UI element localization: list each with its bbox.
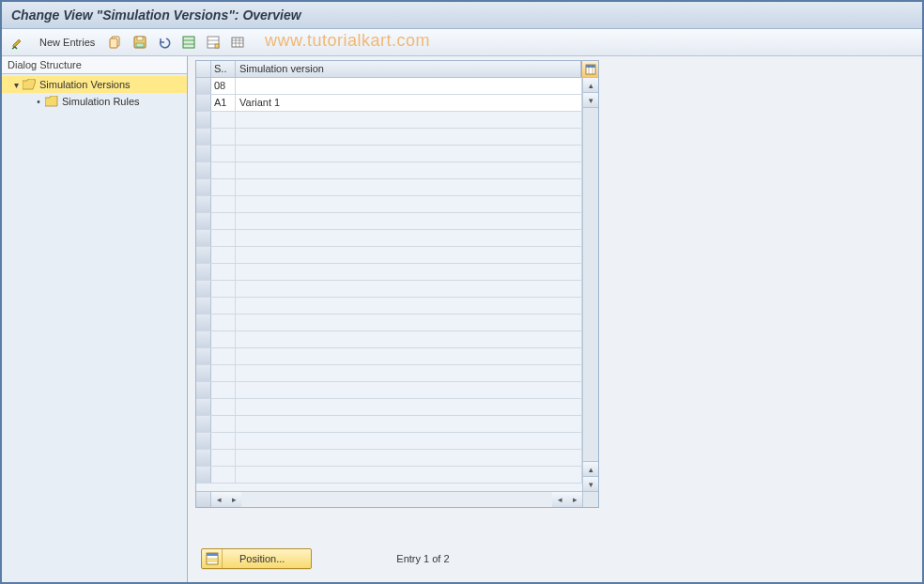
cell-empty[interactable] bbox=[211, 315, 236, 330]
scroll-down-button[interactable]: ▴ bbox=[583, 461, 598, 476]
row-selector[interactable] bbox=[196, 112, 211, 128]
cell-empty[interactable] bbox=[211, 146, 236, 161]
select-all-button[interactable] bbox=[179, 33, 198, 52]
row-selector[interactable] bbox=[196, 213, 211, 229]
cell-empty[interactable] bbox=[211, 129, 236, 145]
row-selector[interactable] bbox=[196, 230, 211, 246]
cell-empty[interactable] bbox=[236, 129, 582, 145]
cell-empty[interactable] bbox=[211, 365, 236, 381]
tree-item-simulation-versions[interactable]: ▾ Simulation Versions bbox=[2, 76, 187, 93]
cell-empty[interactable] bbox=[236, 348, 582, 364]
row-selector[interactable] bbox=[196, 129, 211, 145]
cell-empty[interactable] bbox=[211, 112, 236, 128]
cell-empty[interactable] bbox=[236, 331, 582, 347]
scroll-track[interactable] bbox=[583, 108, 598, 461]
cell-empty[interactable] bbox=[236, 281, 582, 297]
cell-empty[interactable] bbox=[211, 450, 236, 466]
grid-header-c2[interactable]: Simulation version bbox=[236, 61, 581, 77]
cell-empty[interactable] bbox=[236, 467, 582, 483]
row-selector[interactable] bbox=[196, 348, 211, 364]
cell-empty[interactable] bbox=[236, 433, 582, 449]
cell-empty[interactable] bbox=[236, 162, 582, 178]
cell-code[interactable]: 08 bbox=[211, 78, 236, 94]
cell-empty[interactable] bbox=[236, 247, 582, 263]
position-button[interactable]: Position... bbox=[201, 548, 312, 569]
cell-empty[interactable] bbox=[211, 298, 236, 314]
cell-empty[interactable] bbox=[236, 399, 582, 415]
scroll-top-button[interactable]: ▴ bbox=[583, 78, 598, 93]
print-button[interactable] bbox=[228, 33, 247, 52]
cell-empty[interactable] bbox=[211, 179, 236, 195]
cell-empty[interactable] bbox=[236, 196, 582, 212]
app-window: Change View "Simulation Versions": Overv… bbox=[0, 0, 924, 584]
row-selector[interactable] bbox=[196, 382, 211, 398]
cell-empty[interactable] bbox=[211, 331, 236, 347]
copy-button[interactable] bbox=[106, 33, 125, 52]
scroll-up-button[interactable]: ▾ bbox=[583, 93, 598, 108]
cell-empty[interactable] bbox=[236, 112, 582, 128]
cell-empty[interactable] bbox=[211, 196, 236, 212]
cell-empty[interactable] bbox=[211, 281, 236, 297]
cell-code[interactable]: A1 bbox=[211, 95, 236, 111]
entry-status: Entry 1 of 2 bbox=[396, 553, 449, 564]
row-selector[interactable] bbox=[196, 78, 211, 94]
cell-empty[interactable] bbox=[211, 416, 236, 432]
cell-empty[interactable] bbox=[236, 146, 582, 161]
scroll-right-last-button[interactable]: ▸ bbox=[567, 492, 582, 507]
scroll-left-button[interactable]: ▸ bbox=[226, 492, 241, 507]
cell-empty[interactable] bbox=[236, 315, 582, 330]
edit-toggle-button[interactable] bbox=[9, 33, 28, 52]
cell-empty[interactable] bbox=[211, 247, 236, 263]
row-selector[interactable] bbox=[196, 315, 211, 330]
cell-empty[interactable] bbox=[236, 298, 582, 314]
cell-empty[interactable] bbox=[236, 416, 582, 432]
tree-item-simulation-rules[interactable]: • Simulation Rules bbox=[2, 93, 187, 110]
cell-empty[interactable] bbox=[236, 365, 582, 381]
cell-empty[interactable] bbox=[211, 467, 236, 483]
row-selector[interactable] bbox=[196, 433, 211, 449]
cell-empty[interactable] bbox=[211, 433, 236, 449]
scroll-left-first-button[interactable]: ◂ bbox=[211, 492, 226, 507]
row-selector[interactable] bbox=[196, 179, 211, 195]
row-selector[interactable] bbox=[196, 146, 211, 161]
row-selector[interactable] bbox=[196, 331, 211, 347]
cell-empty[interactable] bbox=[236, 230, 582, 246]
hscroll-track[interactable] bbox=[241, 492, 552, 507]
cell-empty[interactable] bbox=[211, 399, 236, 415]
cell-empty[interactable] bbox=[211, 230, 236, 246]
cell-empty[interactable] bbox=[236, 179, 582, 195]
row-selector[interactable] bbox=[196, 264, 211, 280]
grid-select-all-header[interactable] bbox=[196, 61, 211, 77]
scroll-right-button[interactable]: ◂ bbox=[552, 492, 567, 507]
deselect-all-button[interactable] bbox=[204, 33, 223, 52]
cell-version[interactable]: Variant 1 bbox=[236, 95, 582, 111]
row-selector[interactable] bbox=[196, 416, 211, 432]
cell-empty[interactable] bbox=[211, 162, 236, 178]
row-selector[interactable] bbox=[196, 247, 211, 263]
cell-empty[interactable] bbox=[236, 382, 582, 398]
row-selector[interactable] bbox=[196, 399, 211, 415]
row-selector[interactable] bbox=[196, 281, 211, 297]
cell-empty[interactable] bbox=[236, 213, 582, 229]
cell-version[interactable] bbox=[236, 78, 582, 94]
row-selector[interactable] bbox=[196, 95, 211, 111]
cell-empty[interactable] bbox=[211, 382, 236, 398]
row-selector[interactable] bbox=[196, 450, 211, 466]
tree-collapse-icon[interactable]: ▾ bbox=[11, 80, 21, 90]
scroll-bottom-button[interactable]: ▾ bbox=[583, 476, 598, 491]
cell-empty[interactable] bbox=[236, 450, 582, 466]
grid-config-button[interactable] bbox=[581, 61, 598, 77]
row-selector[interactable] bbox=[196, 365, 211, 381]
cell-empty[interactable] bbox=[236, 264, 582, 280]
cell-empty[interactable] bbox=[211, 264, 236, 280]
cell-empty[interactable] bbox=[211, 348, 236, 364]
row-selector[interactable] bbox=[196, 196, 211, 212]
row-selector[interactable] bbox=[196, 162, 211, 178]
row-selector[interactable] bbox=[196, 298, 211, 314]
cell-empty[interactable] bbox=[211, 213, 236, 229]
undo-button[interactable] bbox=[155, 33, 174, 52]
save-button[interactable] bbox=[131, 33, 149, 52]
new-entries-button[interactable]: New Entries bbox=[34, 35, 100, 50]
row-selector[interactable] bbox=[196, 467, 211, 483]
grid-header-c1[interactable]: S.. bbox=[211, 61, 236, 77]
